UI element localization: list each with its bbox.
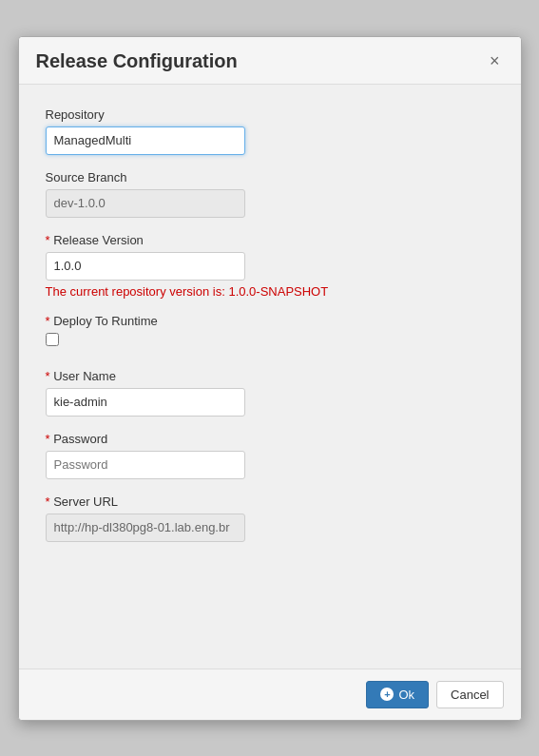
server-url-label: Server URL bbox=[46, 494, 494, 509]
password-group: Password bbox=[46, 432, 494, 479]
release-version-label: Release Version bbox=[46, 233, 494, 247]
source-branch-input[interactable] bbox=[46, 189, 245, 218]
release-version-group: Release Version The current repository v… bbox=[46, 233, 494, 299]
close-button[interactable]: × bbox=[486, 52, 504, 69]
repository-label: Repository bbox=[46, 107, 494, 122]
repository-input[interactable] bbox=[46, 126, 245, 155]
password-label: Password bbox=[46, 432, 494, 446]
deploy-to-runtime-label: Deploy To Runtime bbox=[46, 314, 494, 328]
user-name-group: User Name bbox=[46, 369, 494, 417]
source-branch-group: Source Branch bbox=[46, 170, 494, 218]
server-url-input[interactable] bbox=[46, 514, 245, 542]
release-version-input[interactable] bbox=[46, 252, 245, 281]
repository-group: Repository bbox=[46, 107, 494, 155]
source-branch-label: Source Branch bbox=[46, 170, 494, 184]
password-input[interactable] bbox=[46, 451, 245, 479]
deploy-to-runtime-group: Deploy To Runtime bbox=[46, 314, 494, 346]
modal-header: Release Configuration × bbox=[19, 37, 521, 85]
modal-body: Repository Source Branch Release Version… bbox=[19, 85, 521, 669]
current-version-info: The current repository version is: 1.0.0… bbox=[46, 284, 494, 299]
server-url-group: Server URL bbox=[46, 494, 494, 542]
ok-label: Ok bbox=[398, 688, 414, 702]
cancel-button[interactable]: Cancel bbox=[436, 681, 503, 708]
ok-button[interactable]: +Ok bbox=[366, 681, 429, 708]
modal-footer: +Ok Cancel bbox=[19, 669, 521, 720]
user-name-label: User Name bbox=[46, 369, 494, 383]
modal-overlay: Release Configuration × Repository Sourc… bbox=[0, 0, 539, 756]
release-configuration-modal: Release Configuration × Repository Sourc… bbox=[18, 36, 522, 721]
ok-plus-icon: + bbox=[380, 688, 394, 701]
deploy-to-runtime-checkbox[interactable] bbox=[46, 333, 59, 346]
user-name-input[interactable] bbox=[46, 388, 245, 417]
deploy-to-runtime-checkbox-wrapper bbox=[46, 333, 494, 346]
modal-title: Release Configuration bbox=[36, 50, 238, 72]
